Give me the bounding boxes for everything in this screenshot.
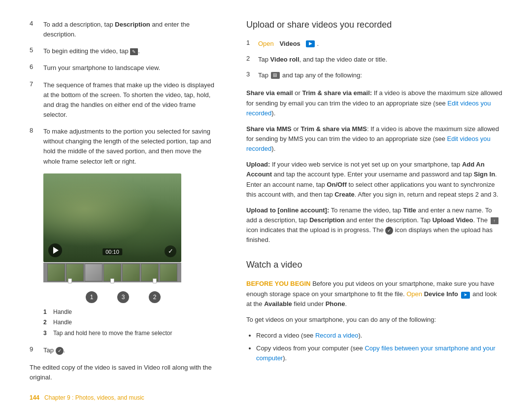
title-bold: Title — [403, 206, 416, 214]
right-step-3: 3 Tap ▤ and tap any of the following: — [246, 70, 502, 80]
device-info-bold: Device Info — [424, 290, 458, 298]
bullet-1: Record a video (see Record a video). — [256, 331, 502, 341]
edited-copy-line: The edited copy of the video is saved in… — [30, 363, 217, 382]
device-icon: ➤ — [460, 290, 473, 298]
to-get-text: To get videos on your smartphone, you ca… — [246, 315, 502, 325]
left-column: 4 To add a description, tap Description … — [30, 20, 236, 391]
footer-chapter: Chapter 9 : Photos, videos, and music — [41, 394, 144, 401]
step-number-5: 5 — [30, 46, 43, 54]
open-device-link[interactable]: Open — [406, 290, 422, 298]
on-off-bold: On/Off — [327, 181, 346, 188]
upload-para: Upload: If your video web service is not… — [246, 160, 502, 200]
step-text-5: To begin editing the video, tap ✎. — [43, 46, 217, 56]
phone-bold: Phone — [326, 300, 345, 308]
film-frame-5 — [122, 264, 140, 281]
record-video-link[interactable]: Record a video — [315, 332, 358, 339]
film-handle-right — [153, 278, 157, 283]
legend: 1 Handle 2 Handle 3 Tap and hold here to… — [43, 307, 217, 339]
legend-text-2: Handle — [53, 317, 72, 328]
share-email-bold: Share via email — [246, 89, 293, 97]
right-step-2: 2 Tap Video roll, and tap the video date… — [246, 55, 502, 65]
film-frame-1 — [47, 264, 65, 281]
before-you-begin: BEFORE YOU BEGIN Before you put videos o… — [246, 279, 502, 308]
play-button[interactable] — [48, 243, 62, 257]
share-mms-para: Share via MMS or Trim & share via MMS: I… — [246, 124, 502, 154]
share-mms-bold: Share via MMS — [246, 125, 292, 133]
right-column: Upload or share videos you recorded 1 Op… — [236, 20, 502, 391]
legend-item-3: 3 Tap and hold here to move the frame se… — [43, 328, 217, 339]
film-handle-left — [68, 278, 72, 283]
right-step-num-2: 2 — [246, 55, 258, 62]
edit-videos-link-1[interactable]: Edit videos you recorded — [246, 100, 491, 117]
right-step-text-1: Open Videos ▶. — [258, 39, 502, 49]
indicator-1: 1 — [86, 291, 98, 303]
legend-item-2: 2 Handle — [43, 317, 217, 328]
check-badge: ✓ — [165, 245, 176, 257]
play-icon — [53, 247, 59, 254]
video-roll-bold: Video roll — [270, 56, 299, 63]
film-frame-7 — [160, 264, 177, 281]
trim-share-mms-bold: Trim & share via MMS — [301, 125, 367, 133]
right-step-1: 1 Open Videos ▶. — [246, 39, 502, 49]
legend-text-3: Tap and hold here to move the frame sele… — [53, 328, 172, 339]
step-text-7: The sequence of frames that make up the … — [43, 80, 217, 120]
create-bold: Create — [334, 191, 354, 198]
step-text-6: Turn your smartphone to landscape view. — [43, 63, 217, 73]
tap-icon: ▤ — [271, 72, 280, 79]
step-6: 6 Turn your smartphone to landscape view… — [30, 63, 217, 73]
videos-bold: Videos — [279, 39, 300, 49]
step-4-bold: Description — [115, 21, 150, 28]
film-frame-3 — [85, 264, 102, 281]
step-4: 4 To add a description, tap Description … — [30, 20, 217, 39]
step-number-6: 6 — [30, 63, 43, 70]
sign-in-bold: Sign In — [474, 171, 495, 178]
bullet-2: Copy videos from your computer (see Copy… — [256, 343, 502, 363]
step-number-8: 8 — [30, 127, 43, 134]
step-text-9: Tap ✓. — [43, 345, 217, 355]
open-link[interactable]: Open — [258, 39, 274, 49]
legend-text-1: Handle — [53, 307, 72, 318]
right-step-text-3: Tap ▤ and tap any of the following: — [258, 70, 502, 80]
copy-files-link[interactable]: Copy files between your smartphone and y… — [256, 344, 496, 362]
footer-page-num: 144 — [30, 394, 39, 401]
watch-section: Watch a video BEFORE YOU BEGIN Before yo… — [246, 260, 502, 363]
step-text-4: To add a description, tap Description an… — [43, 20, 217, 39]
legend-item-1: 1 Handle — [43, 307, 217, 318]
step-8: 8 To make adjustments to the portion you… — [30, 127, 217, 167]
watch-section-title: Watch a video — [246, 260, 502, 270]
right-step-num-1: 1 — [246, 39, 258, 46]
indicator-2: 2 — [149, 291, 161, 303]
upload-progress-icon: ↑ — [491, 217, 499, 224]
time-badge: 00:10 — [102, 248, 122, 255]
bullet-list: Record a video (see Record a video). Cop… — [256, 331, 502, 363]
upload-done-icon: ✓ — [385, 227, 393, 235]
numbered-indicators: 1 3 2 — [30, 291, 217, 303]
upload-online-bold: Upload to [online account]: — [246, 206, 329, 214]
right-step-num-3: 3 — [246, 70, 258, 78]
check-round-icon: ✓ — [56, 347, 64, 355]
step-9: 9 Tap ✓. — [30, 345, 217, 355]
video-thumbnail: 00:10 ✓ — [43, 173, 181, 262]
legend-num-1: 1 — [43, 307, 50, 318]
right-step-text-2: Tap Video roll, and tap the video date o… — [258, 55, 502, 65]
step-number-4: 4 — [30, 20, 43, 27]
edit-videos-link-2[interactable]: Edit videos you recorded — [246, 135, 491, 152]
upload-bold: Upload: — [246, 161, 270, 168]
upload-section-title: Upload or share videos you recorded — [246, 20, 502, 30]
videos-icon: ▶ — [306, 40, 315, 47]
trim-share-email-bold: Trim & share via email: — [302, 89, 372, 97]
upload-online-para: Upload to [online account]: To rename th… — [246, 206, 502, 245]
filmstrip — [43, 263, 181, 282]
before-label: BEFORE YOU BEGIN — [246, 280, 311, 287]
step-number-9: 9 — [30, 345, 43, 353]
edit-icon: ✎ — [130, 48, 138, 55]
film-handle-mid — [110, 278, 114, 283]
video-container: 00:10 ✓ — [43, 173, 181, 282]
indicator-3: 3 — [117, 291, 129, 303]
footer: 144 Chapter 9 : Photos, videos, and musi… — [30, 394, 144, 401]
legend-num-2: 2 — [43, 317, 50, 328]
step-5: 5 To begin editing the video, tap ✎. — [30, 46, 217, 56]
available-bold: Available — [264, 300, 292, 308]
add-account-bold: Add An Account — [246, 161, 485, 178]
share-email-para: Share via email or Trim & share via emai… — [246, 88, 502, 118]
